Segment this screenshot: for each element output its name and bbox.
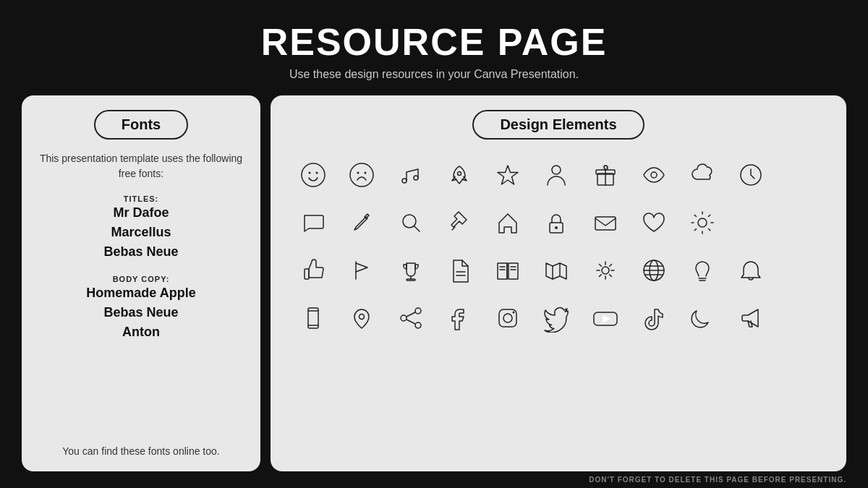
- title-font-names: Mr DafoeMarcellusBebas Neue: [103, 203, 178, 262]
- svg-point-52: [415, 322, 421, 328]
- star-icon: [487, 154, 529, 196]
- svg-line-53: [407, 312, 415, 317]
- twitter-icon: [535, 297, 577, 339]
- body-fonts-group: BODY COPY: Homemade AppleBebas NeueAnton: [86, 275, 195, 342]
- svg-point-8: [457, 172, 461, 176]
- page-subtitle: Use these design resources in your Canva…: [0, 68, 868, 81]
- body-font-names: Homemade AppleBebas NeueAnton: [86, 283, 195, 342]
- svg-point-40: [602, 267, 609, 274]
- svg-marker-37: [546, 263, 566, 279]
- svg-rect-30: [407, 279, 415, 281]
- svg-rect-18: [595, 217, 616, 230]
- svg-line-26: [709, 215, 710, 216]
- empty-icon-4: [779, 249, 821, 291]
- pencil-icon: [341, 202, 383, 244]
- svg-point-6: [402, 179, 407, 183]
- eye-icon: [633, 154, 675, 196]
- youtube-icon: [584, 297, 626, 339]
- empty-icon-2: [730, 202, 772, 244]
- body-label: BODY COPY:: [86, 275, 195, 283]
- svg-point-7: [414, 176, 418, 180]
- book-icon: [487, 249, 529, 291]
- home-icon: [487, 202, 529, 244]
- rocket-icon: [438, 154, 480, 196]
- svg-point-57: [513, 312, 515, 314]
- svg-marker-9: [498, 166, 518, 184]
- bell-icon: [730, 249, 772, 291]
- svg-point-5: [365, 172, 367, 174]
- svg-point-10: [552, 166, 561, 174]
- svg-line-25: [709, 229, 710, 231]
- phone-icon: [292, 297, 334, 339]
- svg-point-13: [651, 172, 657, 178]
- fonts-label-badge: Fonts: [94, 110, 188, 140]
- titles-label: TITLES:: [103, 194, 178, 203]
- panels-container: Fonts This presentation template uses th…: [0, 95, 868, 471]
- svg-line-54: [407, 320, 415, 324]
- empty-icon-5: [779, 297, 821, 339]
- share-icon: [390, 297, 432, 339]
- icons-grid: [286, 151, 830, 342]
- instagram-icon: [487, 297, 529, 339]
- svg-point-15: [403, 215, 416, 228]
- globe-icon: [633, 249, 675, 291]
- svg-line-24: [694, 215, 696, 216]
- svg-point-3: [350, 163, 373, 187]
- tiktok-icon: [633, 297, 675, 339]
- design-panel: Design Elements: [271, 95, 846, 471]
- flag-icon: [341, 249, 383, 291]
- design-label-badge: Design Elements: [472, 110, 644, 140]
- svg-point-50: [415, 308, 421, 314]
- svg-marker-59: [603, 315, 611, 322]
- facebook-icon: [438, 297, 480, 339]
- svg-point-17: [555, 226, 558, 229]
- document-icon: [438, 249, 480, 291]
- svg-point-4: [357, 172, 359, 174]
- svg-line-27: [694, 229, 696, 231]
- trophy-icon: [390, 249, 432, 291]
- moon-icon: [681, 297, 723, 339]
- svg-point-2: [316, 172, 318, 174]
- search-icon: [390, 202, 432, 244]
- fonts-panel: Fonts This presentation template uses th…: [22, 95, 260, 471]
- cloud-icon: [681, 154, 723, 196]
- fonts-find-text: You can find these fonts online too.: [62, 445, 219, 457]
- pin-icon: [438, 202, 480, 244]
- empty-icon-1: [779, 154, 821, 196]
- map-icon: [535, 249, 577, 291]
- page-header: RESOURCE PAGE Use these design resources…: [0, 0, 868, 88]
- svg-point-19: [698, 218, 707, 227]
- chat-icon: [292, 202, 334, 244]
- svg-point-0: [302, 163, 325, 187]
- sun-icon: [681, 202, 723, 244]
- footer-note: DON'T FORGET TO DELETE THIS PAGE BEFORE …: [0, 476, 868, 488]
- page-title: RESOURCE PAGE: [0, 20, 868, 64]
- lock-icon: [535, 202, 577, 244]
- sad-icon: [341, 154, 383, 196]
- title-fonts-group: TITLES: Mr DafoeMarcellusBebas Neue: [103, 194, 178, 262]
- svg-point-1: [309, 172, 311, 174]
- svg-rect-28: [305, 269, 309, 279]
- empty-icon-3: [779, 202, 821, 244]
- gift-icon: [584, 154, 626, 196]
- smile-icon: [292, 154, 334, 196]
- clock-icon: [730, 154, 772, 196]
- megaphone-icon: [730, 297, 772, 339]
- person-icon: [535, 154, 577, 196]
- gear-icon: [584, 249, 626, 291]
- bulb-icon: [681, 249, 723, 291]
- svg-point-56: [503, 314, 512, 322]
- heart-icon: [633, 202, 675, 244]
- fonts-description: This presentation template uses the foll…: [38, 151, 244, 181]
- svg-point-49: [359, 314, 365, 320]
- mail-icon: [584, 202, 626, 244]
- music-icon: [390, 154, 432, 196]
- svg-point-51: [401, 315, 407, 321]
- location-icon: [341, 297, 383, 339]
- thumbsup-icon: [292, 249, 334, 291]
